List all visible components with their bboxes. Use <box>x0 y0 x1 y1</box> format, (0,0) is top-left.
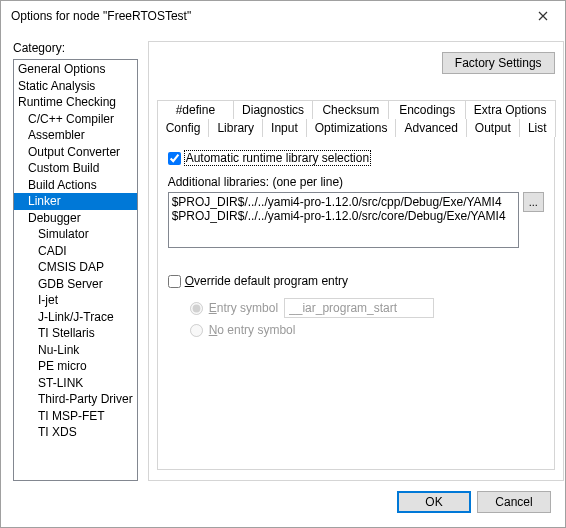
tab[interactable]: Diagnostics <box>233 100 313 119</box>
close-button[interactable] <box>521 2 565 30</box>
category-item[interactable]: Custom Build <box>14 160 137 177</box>
cancel-button[interactable]: Cancel <box>477 491 551 513</box>
category-label: Category: <box>13 41 138 55</box>
category-item[interactable]: Build Actions <box>14 177 137 194</box>
category-item[interactable]: TI MSP-FET <box>14 408 137 425</box>
no-entry-radio <box>190 324 203 337</box>
window-title: Options for node "FreeRTOSTest" <box>11 9 521 23</box>
category-item[interactable]: ST-LINK <box>14 375 137 392</box>
override-entry-label[interactable]: Override default program entry <box>185 274 348 288</box>
no-entry-label: No entry symbol <box>209 323 296 337</box>
entry-symbol-radio <box>190 302 203 315</box>
tab[interactable]: Config <box>157 119 210 137</box>
category-item[interactable]: General Options <box>14 61 137 78</box>
entry-symbol-input <box>284 298 434 318</box>
tab[interactable]: Checksum <box>312 100 389 119</box>
additional-libs-textarea[interactable] <box>168 192 519 248</box>
tab[interactable]: List <box>519 119 556 137</box>
category-item[interactable]: CADI <box>14 243 137 260</box>
category-item[interactable]: Static Analysis <box>14 78 137 95</box>
tab[interactable]: Encodings <box>388 100 465 119</box>
tab[interactable]: Output <box>466 119 520 137</box>
tab[interactable]: Input <box>262 119 307 137</box>
category-item[interactable]: Runtime Checking <box>14 94 137 111</box>
browse-button[interactable]: ... <box>523 192 544 212</box>
tab-strip: #defineDiagnosticsChecksumEncodingsExtra… <box>157 100 555 137</box>
category-item[interactable]: Assembler <box>14 127 137 144</box>
category-item[interactable]: C/C++ Compiler <box>14 111 137 128</box>
tab[interactable]: Advanced <box>395 119 466 137</box>
tab[interactable]: Library <box>208 119 263 137</box>
ok-button[interactable]: OK <box>397 491 471 513</box>
entry-symbol-label: Entry symbol <box>209 301 278 315</box>
auto-runtime-checkbox[interactable] <box>168 152 181 165</box>
category-item[interactable]: Simulator <box>14 226 137 243</box>
category-item[interactable]: Debugger <box>14 210 137 227</box>
tab-panel-library: Automatic runtime library selection Addi… <box>157 136 555 470</box>
auto-runtime-label[interactable]: Automatic runtime library selection <box>185 151 370 165</box>
category-item[interactable]: Third-Party Driver <box>14 391 137 408</box>
tab[interactable]: Optimizations <box>306 119 397 137</box>
category-item[interactable]: TI XDS <box>14 424 137 441</box>
category-item[interactable]: PE micro <box>14 358 137 375</box>
category-item[interactable]: J-Link/J-Trace <box>14 309 137 326</box>
category-tree[interactable]: General OptionsStatic AnalysisRuntime Ch… <box>13 59 138 481</box>
category-item[interactable]: TI Stellaris <box>14 325 137 342</box>
category-item[interactable]: I-jet <box>14 292 137 309</box>
override-entry-checkbox[interactable] <box>168 275 181 288</box>
factory-settings-button[interactable]: Factory Settings <box>442 52 555 74</box>
tab[interactable]: Extra Options <box>465 100 556 119</box>
tab[interactable]: #define <box>157 100 234 119</box>
category-item[interactable]: Linker <box>14 193 137 210</box>
category-item[interactable]: CMSIS DAP <box>14 259 137 276</box>
category-item[interactable]: Output Converter <box>14 144 137 161</box>
category-item[interactable]: GDB Server <box>14 276 137 293</box>
additional-libs-label: Additional libraries: (one per line) <box>168 175 544 189</box>
category-item[interactable]: Nu-Link <box>14 342 137 359</box>
